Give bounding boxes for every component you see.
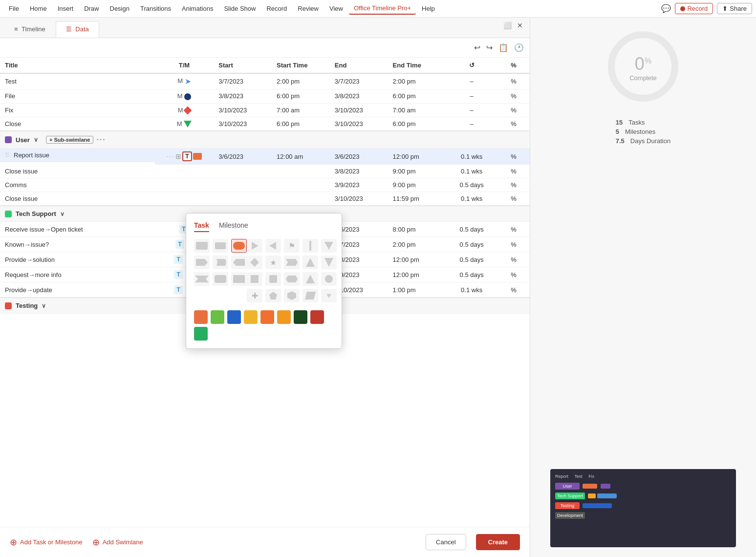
shape-wave-btn[interactable] xyxy=(213,272,228,286)
undo-icon[interactable]: ↩ xyxy=(474,43,480,52)
menu-design[interactable]: Design xyxy=(105,3,134,14)
swimlane-chevron[interactable]: ∨ xyxy=(42,302,46,309)
color-green[interactable] xyxy=(211,310,224,324)
row-more-icon[interactable]: ··· xyxy=(167,153,174,160)
menu-office-timeline[interactable]: Office Timeline Pro+ xyxy=(349,2,416,15)
table-row[interactable]: Test M ➤ 3/7/2023 2:00 pm 3/7/2023 2:00 … xyxy=(0,73,530,89)
popup-tab-milestone[interactable]: Milestone xyxy=(219,221,248,232)
color-red[interactable] xyxy=(310,310,324,324)
color-orange[interactable] xyxy=(194,310,208,324)
menu-view[interactable]: View xyxy=(324,3,348,14)
table-row[interactable]: Close issue 3/10/2023 11:59 pm 0.1 wks % xyxy=(0,192,530,206)
color-blue[interactable] xyxy=(227,310,241,324)
menu-draw[interactable]: Draw xyxy=(79,3,104,14)
minimize-button[interactable]: ⬜ xyxy=(503,21,511,29)
table-row[interactable]: File M 3/8/2023 6:00 pm 3/8/2023 6:00 pm… xyxy=(0,89,530,104)
ms-para-btn[interactable] xyxy=(302,289,318,302)
comment-icon[interactable]: 💬 xyxy=(661,4,671,13)
menu-transitions[interactable]: Transitions xyxy=(135,3,176,14)
cell-pct: % xyxy=(497,237,530,252)
menu-animations[interactable]: Animations xyxy=(177,3,218,14)
close-button[interactable]: ✕ xyxy=(516,21,524,29)
cancel-button[interactable]: Cancel xyxy=(426,534,466,550)
clipboard-icon[interactable]: 📋 xyxy=(498,43,508,52)
color-yellow[interactable] xyxy=(244,310,258,324)
menu-help[interactable]: Help xyxy=(417,3,440,14)
ms-circle-btn[interactable] xyxy=(321,272,337,286)
ms-star-btn[interactable]: ★ xyxy=(265,256,281,269)
table-row[interactable]: Comms 3/9/2023 9:00 pm 0.5 days % xyxy=(0,178,530,192)
color-orange2[interactable] xyxy=(260,310,274,324)
ms-diamond-btn[interactable] xyxy=(247,256,262,269)
swimlane-more-btn[interactable]: ··· xyxy=(96,135,106,144)
align-icon[interactable]: ⊞ xyxy=(175,152,181,160)
table-row[interactable]: ⠿ Report issue ··· ⊞ T 3/6/2023 xyxy=(0,149,530,165)
svg-marker-24 xyxy=(287,291,296,300)
cell-starttime: 12:00 am xyxy=(272,149,330,165)
table-row[interactable]: Close issue 3/8/2023 9:00 pm 0.1 wks % xyxy=(0,165,530,178)
share-button[interactable]: ⬆ Share xyxy=(717,3,752,14)
clock-icon[interactable]: 🕐 xyxy=(514,43,524,52)
swimlane-name: Tech Support xyxy=(16,210,56,217)
add-swimlane-button[interactable]: ⊕ Add Swimlane xyxy=(92,537,143,548)
table-row[interactable]: Close M 3/10/2023 6:00 pm 3/10/2023 6:00… xyxy=(0,117,530,131)
preview-lane-dev: Development xyxy=(555,512,731,519)
ms-back-btn[interactable] xyxy=(265,239,281,253)
menu-record[interactable]: Record xyxy=(261,3,292,14)
drag-handle[interactable]: ⠿ xyxy=(5,151,10,159)
swimlane-user[interactable]: User ∨ + Sub-swimlane ··· xyxy=(0,131,530,149)
ms-tridown-btn[interactable] xyxy=(321,239,337,253)
ms-heart-btn[interactable]: ♥ xyxy=(321,289,337,302)
ms-rr-btn[interactable] xyxy=(284,272,300,286)
menu-review[interactable]: Review xyxy=(293,3,324,14)
ms-sq-btn[interactable] xyxy=(247,272,262,286)
menu-insert[interactable]: Insert xyxy=(53,3,79,14)
add-subswimlane-btn[interactable]: + Sub-swimlane xyxy=(46,136,93,144)
svg-marker-13 xyxy=(250,258,259,267)
shape-rect-btn[interactable] xyxy=(194,239,210,253)
menu-file[interactable]: File xyxy=(4,3,24,14)
tab-data[interactable]: ☰ Data xyxy=(56,21,99,38)
ms-invt-btn[interactable] xyxy=(302,272,318,286)
type-T-badge[interactable]: T xyxy=(182,151,192,161)
add-task-button[interactable]: ⊕ Add Task or Milestone xyxy=(10,537,83,548)
create-button[interactable]: Create xyxy=(476,534,520,550)
completion-chart: 0 % Complete xyxy=(604,27,682,107)
shape-rectr-btn[interactable] xyxy=(231,272,247,286)
ms-line-btn[interactable] xyxy=(302,239,318,253)
cell-start: 3/10/2023 xyxy=(214,117,272,131)
redo-icon[interactable]: ↪ xyxy=(486,43,493,52)
table-row[interactable]: Fix M 3/10/2023 7:00 am 3/10/2023 7:00 a… xyxy=(0,103,530,117)
ms-dbl-arrow-btn[interactable] xyxy=(284,256,300,269)
tab-timeline[interactable]: ≡ Timeline xyxy=(4,21,56,38)
ms-sq2-btn[interactable] xyxy=(265,272,281,286)
ms-pent-btn[interactable] xyxy=(265,289,281,302)
popup-tab-task[interactable]: Task xyxy=(194,221,209,232)
plus-icon: ⊕ xyxy=(10,537,17,548)
ms-hex-btn[interactable] xyxy=(284,289,300,302)
col-header-title: Title xyxy=(0,58,155,73)
ms-flag-btn[interactable]: ⚑ xyxy=(284,239,300,253)
color-emerald[interactable] xyxy=(194,327,208,341)
ms-dn-btn[interactable] xyxy=(321,256,337,269)
cell-endtime: 9:00 pm xyxy=(388,178,446,192)
shape-bidiarrow-btn[interactable] xyxy=(194,272,210,286)
color-darkgreen[interactable] xyxy=(294,310,307,324)
menu-home[interactable]: Home xyxy=(25,3,52,14)
cell-tm xyxy=(155,178,214,192)
ms-play-btn[interactable] xyxy=(247,239,262,253)
menu-slideshow[interactable]: Slide Show xyxy=(219,3,260,14)
shape-arrow2-btn[interactable] xyxy=(213,256,228,269)
tab-bar: ≡ Timeline ☰ Data xyxy=(0,18,530,38)
shape-pill-btn[interactable] xyxy=(231,239,247,253)
shape-rect-sm-btn[interactable] xyxy=(213,239,228,253)
swimlane-chevron[interactable]: ∨ xyxy=(60,211,65,217)
record-button[interactable]: Record xyxy=(675,3,713,14)
color-amber[interactable] xyxy=(277,310,291,324)
shape-arrow1-btn[interactable] xyxy=(194,256,210,269)
shape-arrow3-btn[interactable] xyxy=(231,256,247,269)
col-header-starttime: Start Time xyxy=(272,58,330,73)
ms-cross-btn[interactable]: ✚ xyxy=(247,289,262,302)
ms-up-btn[interactable] xyxy=(302,256,318,269)
swimlane-chevron[interactable]: ∨ xyxy=(34,136,38,143)
